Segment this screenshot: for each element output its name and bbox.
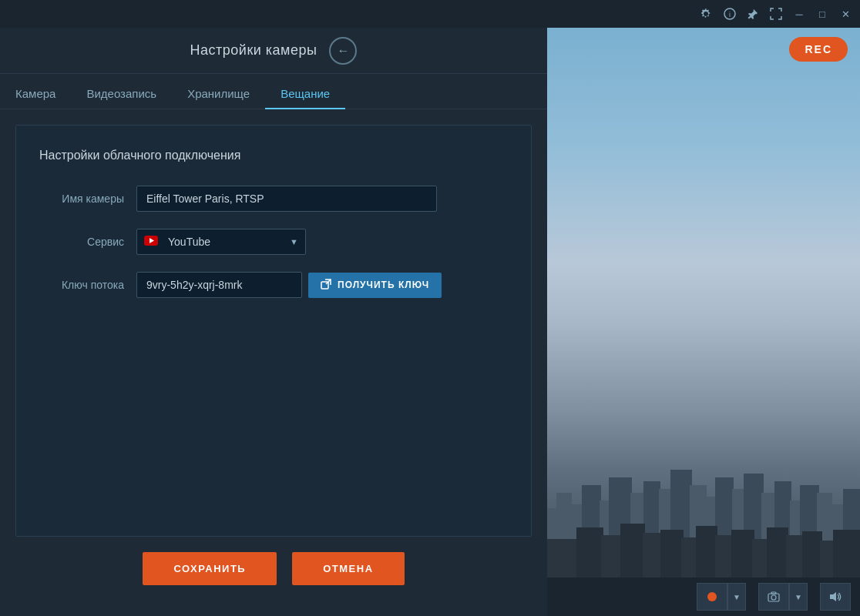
record-dropdown-button[interactable]: ▼ — [727, 583, 746, 611]
settings-icon[interactable] — [698, 5, 715, 22]
stream-key-label: Ключ потока — [39, 279, 124, 291]
service-label: Сервис — [39, 236, 124, 248]
svg-point-48 — [771, 595, 776, 600]
minimize-button[interactable]: ─ — [791, 5, 808, 22]
fullscreen-icon[interactable] — [768, 5, 784, 22]
snapshot-dropdown-button[interactable]: ▼ — [789, 583, 808, 611]
rec-button[interactable]: REC — [789, 37, 848, 62]
tab-storage[interactable]: Хранилище — [172, 79, 265, 109]
panel-header: Настройки камеры ← — [0, 28, 547, 74]
tabs-bar: Камера Видеозапись Хранилище Вещание — [0, 74, 547, 109]
close-button[interactable]: ✕ — [837, 5, 854, 22]
camera-name-input[interactable] — [136, 186, 437, 212]
snapshot-controls: ▼ — [758, 583, 808, 611]
content-area: Настройки облачного подключения Имя каме… — [0, 109, 547, 616]
camera-feed — [547, 28, 860, 616]
external-link-icon — [321, 279, 331, 292]
record-button[interactable] — [697, 583, 727, 611]
pin-icon[interactable] — [744, 5, 761, 22]
cancel-button[interactable]: ОТМЕНА — [292, 552, 404, 585]
service-select[interactable]: YouTube — [136, 229, 306, 255]
section-title: Настройки облачного подключения — [39, 149, 508, 162]
record-controls: ▼ — [697, 583, 746, 611]
service-select-wrapper: YouTube ▼ — [136, 229, 306, 255]
tab-camera[interactable]: Камера — [0, 79, 71, 109]
volume-button[interactable] — [820, 583, 851, 611]
settings-box: Настройки облачного подключения Имя каме… — [15, 125, 532, 537]
camera-name-row: Имя камеры — [39, 186, 508, 212]
camera-name-label: Имя камеры — [39, 192, 124, 205]
svg-text:i: i — [729, 11, 731, 18]
svg-rect-49 — [771, 592, 776, 594]
svg-point-46 — [707, 592, 717, 601]
titlebar: i ─ □ ✕ — [0, 0, 860, 28]
right-panel: REC ▼ ▼ — [547, 28, 860, 616]
tab-broadcast[interactable]: Вещание — [265, 79, 345, 109]
service-row: Сервис YouTube ▼ — [39, 229, 508, 255]
tab-video[interactable]: Видеозапись — [71, 79, 172, 109]
stream-key-input[interactable] — [136, 272, 302, 298]
panel-title: Настройки камеры — [190, 42, 317, 59]
get-key-label: ПОЛУЧИТЬ КЛЮЧ — [338, 280, 429, 290]
back-button[interactable]: ← — [329, 37, 357, 65]
get-key-button[interactable]: ПОЛУЧИТЬ КЛЮЧ — [308, 273, 442, 298]
main-layout: Настройки камеры ← Камера Видеозапись Хр… — [0, 28, 860, 616]
snapshot-button[interactable] — [758, 583, 789, 611]
svg-marker-50 — [830, 592, 836, 601]
stream-key-row: Ключ потока ПОЛУЧИТЬ КЛЮЧ — [39, 272, 508, 298]
save-button[interactable]: СОХРАНИТЬ — [143, 552, 277, 585]
info-icon[interactable]: i — [721, 5, 738, 22]
left-panel: Настройки камеры ← Камера Видеозапись Хр… — [0, 28, 547, 616]
camera-controls: ▼ ▼ — [547, 578, 860, 616]
bottom-buttons: СОХРАНИТЬ ОТМЕНА — [15, 537, 532, 608]
maximize-button[interactable]: □ — [814, 5, 831, 22]
